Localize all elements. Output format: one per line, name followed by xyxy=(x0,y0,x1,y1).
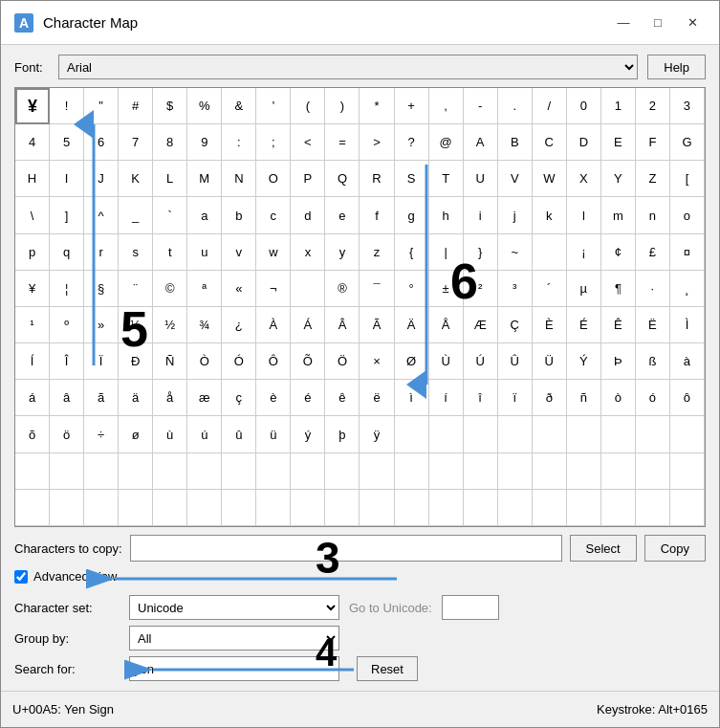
char-cell[interactable]: X xyxy=(567,161,601,197)
char-cell[interactable]: â xyxy=(50,380,84,416)
char-cell[interactable]: R xyxy=(360,161,394,197)
char-cell[interactable] xyxy=(670,490,705,526)
char-cell[interactable]: ¡ xyxy=(567,234,601,271)
char-cell[interactable] xyxy=(256,490,291,526)
char-cell[interactable]: ½ xyxy=(153,307,187,343)
char-cell[interactable] xyxy=(601,453,636,490)
char-cell[interactable]: \ xyxy=(15,197,50,233)
select-button[interactable]: Select xyxy=(570,535,637,562)
char-cell[interactable]: 4 xyxy=(15,124,50,161)
char-cell[interactable] xyxy=(119,490,153,526)
char-cell[interactable]: t xyxy=(153,234,187,271)
char-cell[interactable]: { xyxy=(395,234,429,271)
copy-button[interactable]: Copy xyxy=(644,535,706,562)
char-cell[interactable]: ¥ xyxy=(15,271,50,307)
char-cell[interactable]: ð xyxy=(533,380,567,416)
char-cell[interactable]: ~ xyxy=(498,234,533,271)
char-cell[interactable]: ù xyxy=(153,416,187,452)
char-cell[interactable]: º xyxy=(50,307,84,343)
char-cell[interactable]: U xyxy=(464,161,498,197)
char-cell[interactable]: ­ xyxy=(291,271,325,307)
char-cell[interactable]: z xyxy=(360,234,394,271)
char-cell[interactable]: Í xyxy=(15,343,50,380)
goto-input[interactable] xyxy=(442,595,499,620)
char-cell[interactable]: w xyxy=(256,234,291,271)
char-cell[interactable]: Y xyxy=(601,161,636,197)
char-cell[interactable]: £ xyxy=(636,234,670,271)
char-cell[interactable]: H xyxy=(15,161,50,197)
char-cell[interactable] xyxy=(50,453,84,490)
char-cell[interactable] xyxy=(464,453,498,490)
char-cell[interactable]: o xyxy=(670,197,705,233)
char-cell[interactable] xyxy=(187,490,222,526)
char-cell[interactable]: å xyxy=(153,380,187,416)
char-cell[interactable] xyxy=(395,416,429,452)
char-cell[interactable]: - xyxy=(464,88,498,124)
char-cell[interactable]: E xyxy=(601,124,636,161)
char-cell[interactable] xyxy=(256,453,291,490)
char-cell[interactable]: ( xyxy=(291,88,325,124)
char-cell[interactable] xyxy=(601,416,636,452)
char-cell[interactable]: % xyxy=(187,88,222,124)
char-cell[interactable]: ± xyxy=(429,271,464,307)
char-cell[interactable] xyxy=(325,490,360,526)
char-cell[interactable]: À xyxy=(256,307,291,343)
char-cell[interactable]: ß xyxy=(636,343,670,380)
char-cell[interactable]: e xyxy=(325,197,360,233)
char-cell[interactable] xyxy=(498,453,533,490)
char-cell[interactable] xyxy=(670,416,705,452)
char-cell[interactable]: B xyxy=(498,124,533,161)
char-cell[interactable]: G xyxy=(670,124,705,161)
char-cell[interactable]: í xyxy=(429,380,464,416)
char-cell[interactable]: y xyxy=(325,234,360,271)
char-cell[interactable]: : xyxy=(222,124,256,161)
char-cell[interactable]: ÿ xyxy=(360,416,394,452)
charset-select[interactable]: Unicode xyxy=(129,595,339,620)
char-cell[interactable]: Ó xyxy=(222,343,256,380)
char-cell[interactable] xyxy=(119,453,153,490)
char-cell[interactable]: v xyxy=(222,234,256,271)
char-cell[interactable] xyxy=(429,453,464,490)
char-cell[interactable] xyxy=(533,416,567,452)
char-cell[interactable]: ? xyxy=(395,124,429,161)
char-cell[interactable]: x xyxy=(291,234,325,271)
char-cell[interactable]: Æ xyxy=(464,307,498,343)
char-cell[interactable]: Ç xyxy=(498,307,533,343)
search-input[interactable] xyxy=(129,656,339,681)
char-cell[interactable]: Ë xyxy=(636,307,670,343)
char-cell[interactable] xyxy=(153,490,187,526)
char-cell[interactable]: î xyxy=(464,380,498,416)
char-cell[interactable]: ¼ xyxy=(119,307,153,343)
help-button[interactable]: Help xyxy=(647,55,706,79)
font-dropdown[interactable]: Arial xyxy=(58,55,638,79)
char-cell[interactable]: Õ xyxy=(291,343,325,380)
char-cell[interactable]: æ xyxy=(187,380,222,416)
char-cell[interactable] xyxy=(395,490,429,526)
char-cell[interactable]: » xyxy=(84,307,119,343)
char-cell[interactable]: M xyxy=(187,161,222,197)
char-cell[interactable]: _ xyxy=(119,197,153,233)
char-cell[interactable]: A xyxy=(464,124,498,161)
char-cell[interactable]: u xyxy=(187,234,222,271)
char-cell[interactable]: ) xyxy=(325,88,360,124)
char-cell[interactable]: 6 xyxy=(84,124,119,161)
char-cell[interactable]: Ð xyxy=(119,343,153,380)
char-cell[interactable]: · xyxy=(636,271,670,307)
char-cell[interactable]: j xyxy=(498,197,533,233)
char-cell[interactable]: + xyxy=(395,88,429,124)
char-cell[interactable]: < xyxy=(291,124,325,161)
char-cell[interactable]: ë xyxy=(360,380,394,416)
char-cell[interactable]: ¨ xyxy=(119,271,153,307)
char-cell[interactable]: P xyxy=(291,161,325,197)
char-cell[interactable]: d xyxy=(291,197,325,233)
char-cell[interactable]: ' xyxy=(256,88,291,124)
char-cell[interactable]: f xyxy=(360,197,394,233)
char-cell[interactable]: ï xyxy=(498,380,533,416)
char-cell[interactable]: ñ xyxy=(567,380,601,416)
char-cell[interactable]: ¿ xyxy=(222,307,256,343)
char-cell[interactable]: p xyxy=(15,234,50,271)
char-cell[interactable]: ç xyxy=(222,380,256,416)
char-cell[interactable] xyxy=(15,490,50,526)
char-cell[interactable]: i xyxy=(464,197,498,233)
char-cell[interactable]: µ xyxy=(567,271,601,307)
